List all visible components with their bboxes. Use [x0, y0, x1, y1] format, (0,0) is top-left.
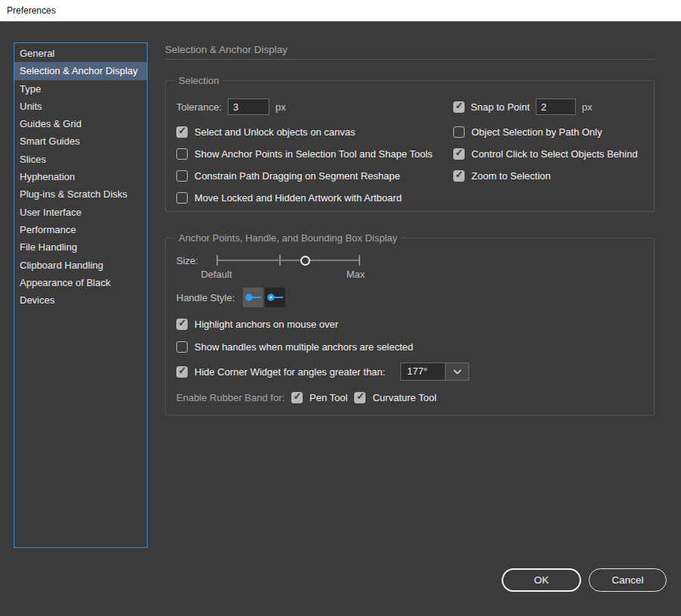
zoom-to-selection-checkbox[interactable] — [453, 170, 465, 182]
sidebar-item-user-interface[interactable]: User Interface — [14, 204, 147, 221]
tolerance-input[interactable] — [228, 98, 269, 115]
slider-tick — [279, 255, 281, 266]
page-title: Selection & Anchor Display — [165, 44, 288, 55]
selection-group-title: Selection — [175, 75, 222, 86]
rubber-band-row: Enable Rubber Band for: Pen Tool Curvatu… — [176, 391, 437, 403]
sidebar-item-type[interactable]: Type — [14, 80, 147, 98]
handle-style-hollow-button[interactable] — [265, 288, 285, 307]
sidebar-item-selection-anchor-display[interactable]: Selection & Anchor Display — [14, 62, 147, 79]
size-label: Size: — [176, 255, 198, 266]
slider-tick — [359, 255, 360, 266]
show-handles-multiple-checkbox[interactable] — [176, 341, 188, 353]
corner-angle-select[interactable]: 177° — [400, 362, 469, 381]
sidebar-item-plugins-scratch-disks[interactable]: Plug-ins & Scratch Disks — [14, 185, 147, 203]
window-titlebar: Preferences — [0, 0, 681, 21]
move-locked-artwork-checkbox[interactable] — [176, 192, 188, 204]
sidebar-item-guides-grid[interactable]: Guides & Grid — [14, 115, 147, 132]
preferences-sidebar: General Selection & Anchor Display Type … — [14, 42, 148, 548]
sidebar-item-slices[interactable]: Slices — [14, 151, 147, 168]
checkbox-row: Highlight anchors on mouse over — [176, 318, 338, 330]
tolerance-label: Tolerance: — [176, 101, 222, 113]
sidebar-item-file-handling[interactable]: File Handling — [14, 238, 147, 256]
handle-style-filled-button[interactable] — [243, 288, 263, 307]
selection-group: Selection Tolerance: px Snap to Point px… — [165, 80, 655, 212]
anchor-display-group: Anchor Points, Handle, and Bounding Box … — [165, 238, 655, 415]
select-unlock-checkbox[interactable] — [176, 126, 188, 138]
handle-hollow-icon — [266, 293, 284, 302]
hide-corner-widget-checkbox[interactable] — [176, 366, 188, 378]
tolerance-row: Tolerance: px — [176, 98, 286, 115]
sidebar-item-general[interactable]: General — [14, 45, 147, 62]
chevron-down-icon[interactable] — [446, 362, 469, 381]
checkbox-row: Show Anchor Points in Selection Tool and… — [176, 148, 433, 160]
checkbox-row: Select and Unlock objects on canvas — [176, 126, 355, 138]
curvature-tool-checkbox[interactable] — [354, 392, 365, 403]
slider-max-label: Max — [333, 269, 378, 280]
snap-to-point-input[interactable] — [536, 98, 576, 115]
checkbox-row: Constrain Path Dragging on Segment Resha… — [176, 170, 400, 182]
header-divider — [165, 59, 655, 60]
size-slider-knob[interactable] — [300, 256, 310, 266]
control-click-select-behind-checkbox[interactable] — [453, 148, 465, 160]
checkbox-row: Control Click to Select Objects Behind — [453, 148, 638, 160]
sidebar-item-devices[interactable]: Devices — [14, 291, 147, 309]
preferences-dialog: General Selection & Anchor Display Type … — [0, 21, 681, 616]
window-title: Preferences — [7, 5, 56, 16]
sidebar-item-appearance-of-black[interactable]: Appearance of Black — [14, 274, 147, 291]
snap-to-point-unit: px — [582, 101, 592, 113]
hide-corner-widget-row: Hide Corner Widget for angles greater th… — [176, 366, 385, 378]
sidebar-item-smart-guides[interactable]: Smart Guides — [14, 132, 147, 150]
handle-style-label: Handle Style: — [176, 292, 235, 303]
checkbox-row: Zoom to Selection — [453, 170, 551, 182]
slider-min-label: Default — [194, 269, 239, 280]
sidebar-item-performance[interactable]: Performance — [14, 221, 147, 238]
snap-to-point-label: Snap to Point — [471, 101, 530, 113]
object-selection-by-path-checkbox[interactable] — [453, 126, 465, 138]
handle-filled-icon — [244, 293, 262, 302]
corner-angle-value: 177° — [400, 362, 446, 381]
checkbox-row: Move Locked and Hidden Artwork with Artb… — [176, 191, 402, 204]
ok-button[interactable]: OK — [502, 568, 581, 592]
sidebar-item-units[interactable]: Units — [14, 98, 147, 115]
pen-tool-checkbox[interactable] — [291, 392, 303, 403]
constrain-path-dragging-checkbox[interactable] — [176, 170, 188, 182]
snap-to-point-checkbox[interactable] — [453, 101, 465, 113]
sidebar-item-hyphenation[interactable]: Hyphenation — [14, 168, 147, 185]
checkbox-row: Object Selection by Path Only — [453, 126, 602, 138]
cancel-button[interactable]: Cancel — [589, 568, 667, 592]
slider-tick — [216, 255, 218, 266]
rubber-band-label: Enable Rubber Band for: — [176, 392, 285, 403]
checkbox-row: Show handles when multiple anchors are s… — [176, 341, 413, 353]
highlight-anchors-checkbox[interactable] — [176, 319, 188, 330]
snap-to-point-row: Snap to Point px — [453, 98, 592, 115]
tolerance-unit: px — [275, 101, 286, 113]
sidebar-item-clipboard-handling[interactable]: Clipboard Handling — [14, 257, 147, 274]
anchor-group-title: Anchor Points, Handle, and Bounding Box … — [175, 232, 401, 244]
slider-track[interactable] — [216, 260, 360, 261]
show-anchor-points-checkbox[interactable] — [176, 148, 188, 160]
size-slider[interactable] — [216, 251, 360, 269]
